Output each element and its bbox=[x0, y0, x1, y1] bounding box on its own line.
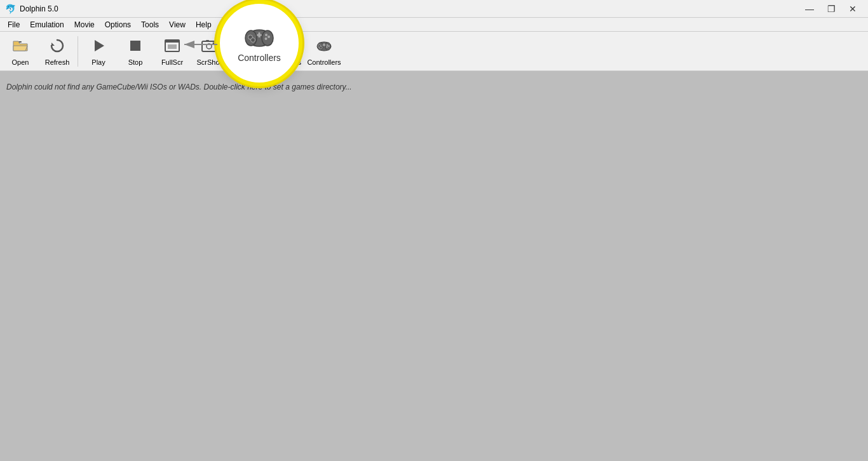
menu-bar: File Emulation Movie Options Tools View … bbox=[0, 18, 868, 32]
fullscr-label: FullScr bbox=[161, 58, 183, 66]
play-label: Play bbox=[92, 58, 105, 66]
fullscr-icon bbox=[163, 37, 181, 57]
controllers-button[interactable]: Controllers bbox=[306, 34, 342, 69]
stop-button[interactable]: Stop bbox=[118, 34, 153, 69]
scrshot-button[interactable]: ScrShot bbox=[191, 34, 227, 69]
graphics-icon bbox=[278, 37, 296, 57]
refresh-button[interactable]: Refresh bbox=[39, 34, 75, 69]
refresh-label: Refresh bbox=[45, 58, 70, 66]
svg-point-10 bbox=[213, 42, 215, 44]
svg-point-30 bbox=[320, 46, 322, 48]
play-icon bbox=[90, 37, 107, 57]
menu-view[interactable]: View bbox=[164, 19, 191, 30]
config-button[interactable]: Config bbox=[233, 34, 268, 69]
app-icon: 🐬 bbox=[5, 4, 16, 14]
toolbar: Open Refresh Play Stop bbox=[0, 32, 868, 71]
svg-point-15 bbox=[252, 44, 255, 47]
controllers-icon bbox=[315, 37, 333, 57]
svg-rect-20 bbox=[281, 41, 293, 49]
stop-icon bbox=[126, 37, 144, 57]
maximize-button[interactable]: ❐ bbox=[821, 2, 841, 16]
svg-point-28 bbox=[326, 46, 327, 47]
menu-tools[interactable]: Tools bbox=[136, 19, 164, 30]
scrshot-label: ScrShot bbox=[196, 58, 221, 66]
app-title: Dolphin 5.0 bbox=[20, 4, 58, 13]
scrshot-icon bbox=[200, 37, 218, 57]
svg-point-26 bbox=[327, 44, 328, 45]
svg-rect-5 bbox=[165, 40, 179, 43]
controllers-label: Controllers bbox=[307, 58, 341, 66]
open-icon bbox=[11, 37, 29, 57]
menu-help[interactable]: Help bbox=[191, 19, 217, 30]
fullscr-button[interactable]: FullScr bbox=[154, 34, 190, 69]
svg-marker-2 bbox=[95, 40, 104, 51]
config-label: Config bbox=[240, 58, 261, 66]
no-games-message: Dolphin could not find any GameCube/Wii … bbox=[6, 83, 352, 91]
stop-label: Stop bbox=[128, 58, 143, 66]
title-bar: 🐬 Dolphin 5.0 — ❐ ✕ bbox=[0, 0, 868, 18]
window-controls: — ❐ ✕ bbox=[799, 2, 863, 16]
open-button[interactable]: Open bbox=[3, 34, 38, 69]
svg-rect-18 bbox=[285, 50, 290, 52]
svg-point-16 bbox=[246, 48, 249, 51]
play-button[interactable]: Play bbox=[81, 34, 116, 69]
svg-marker-1 bbox=[51, 43, 55, 46]
graphics-button[interactable]: Graphics bbox=[269, 34, 305, 69]
config-icon bbox=[241, 37, 259, 57]
menu-emulation[interactable]: Emulation bbox=[25, 19, 69, 30]
open-label: Open bbox=[12, 58, 29, 66]
svg-rect-9 bbox=[206, 40, 209, 42]
close-button[interactable]: ✕ bbox=[843, 2, 863, 16]
svg-rect-25 bbox=[323, 43, 325, 46]
svg-point-14 bbox=[246, 39, 249, 43]
svg-point-8 bbox=[207, 44, 212, 49]
minimize-button[interactable]: — bbox=[799, 2, 820, 16]
title-bar-left: 🐬 Dolphin 5.0 bbox=[5, 4, 58, 14]
refresh-icon bbox=[48, 37, 66, 57]
toolbar-sep-1 bbox=[78, 36, 78, 67]
toolbar-sep-2 bbox=[229, 36, 230, 67]
svg-point-27 bbox=[328, 45, 329, 46]
menu-file[interactable]: File bbox=[3, 19, 25, 30]
menu-movie[interactable]: Movie bbox=[69, 19, 100, 30]
svg-point-23 bbox=[325, 43, 331, 50]
menu-options[interactable]: Options bbox=[100, 19, 136, 30]
svg-rect-19 bbox=[283, 52, 292, 53]
svg-rect-6 bbox=[168, 44, 177, 49]
svg-rect-3 bbox=[130, 41, 140, 51]
graphics-label: Graphics bbox=[273, 58, 301, 66]
content-area[interactable]: Dolphin could not find any GameCube/Wii … bbox=[0, 71, 868, 461]
